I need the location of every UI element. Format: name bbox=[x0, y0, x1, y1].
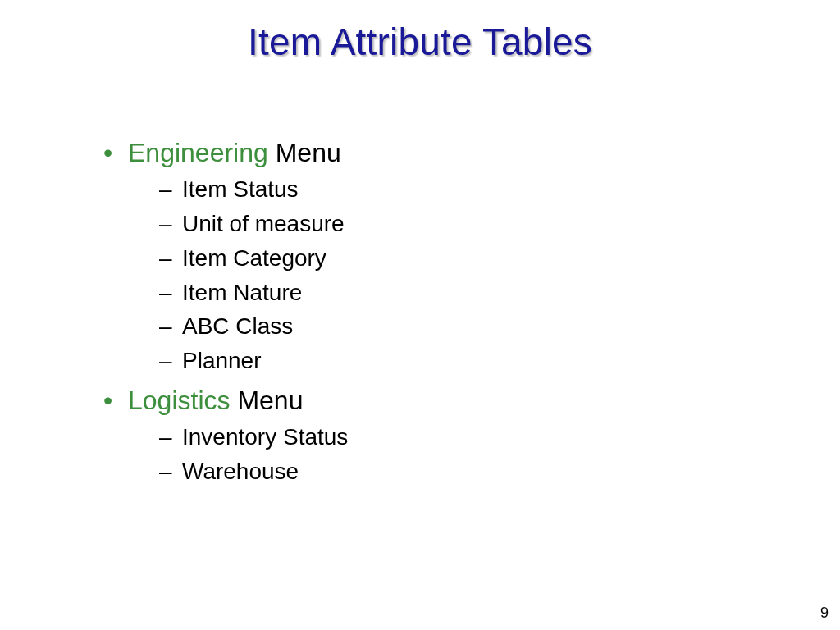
section-name: Engineering bbox=[128, 138, 268, 167]
list-item: Planner bbox=[159, 345, 753, 377]
menu-label: Menu bbox=[237, 386, 303, 415]
slide-content: Engineering Menu Item Status Unit of mea… bbox=[97, 135, 753, 494]
section-engineering: Engineering Menu Item Status Unit of mea… bbox=[97, 135, 753, 377]
section-name: Logistics bbox=[128, 386, 231, 415]
list-item: Unit of measure bbox=[159, 208, 753, 240]
bullet-list-level2: Inventory Status Warehouse bbox=[128, 422, 753, 487]
bullet-list-level2: Item Status Unit of measure Item Categor… bbox=[128, 174, 753, 377]
slide-title: Item Attribute Tables bbox=[0, 20, 840, 64]
slide: Item Attribute Tables Engineering Menu I… bbox=[0, 0, 840, 630]
list-item: Warehouse bbox=[159, 456, 753, 487]
bullet-list-level1: Engineering Menu Item Status Unit of mea… bbox=[97, 135, 753, 487]
list-item: Item Status bbox=[159, 174, 753, 205]
menu-label: Menu bbox=[276, 138, 341, 167]
page-number: 9 bbox=[820, 605, 829, 622]
list-item: Item Category bbox=[159, 243, 753, 274]
section-logistics: Logistics Menu Inventory Status Warehous… bbox=[97, 383, 753, 487]
list-item: ABC Class bbox=[159, 311, 753, 342]
list-item: Inventory Status bbox=[159, 422, 753, 453]
list-item: Item Nature bbox=[159, 277, 753, 308]
